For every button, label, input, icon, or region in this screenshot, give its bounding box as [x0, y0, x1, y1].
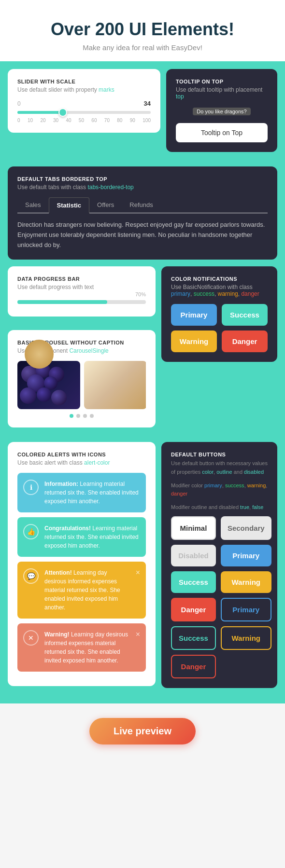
progress-desc: Use default progress with text: [17, 284, 146, 290]
tabs-desc: Use default tabs with class tabs-bordere…: [17, 184, 268, 191]
buttons-card: DEFAULT BUTTONS Use default button with …: [161, 442, 277, 688]
slider-scale: 0 10 20 30 40 50 60 70 80 90 100: [17, 118, 151, 123]
tab-sales[interactable]: Sales: [17, 197, 49, 213]
alert-warning-text: Warning! Learning day desirous informed …: [44, 630, 130, 665]
notif-warning-btn[interactable]: Warning: [171, 331, 217, 352]
slider-value: 34: [144, 100, 151, 107]
tab-refunds[interactable]: Refunds: [122, 197, 160, 213]
tab-offers[interactable]: Offers: [89, 197, 122, 213]
slider-desc: Use default slider with property marks: [17, 86, 151, 93]
carousel-card: BASIC CAROUSEL WITHOUT CAPTION Use the c…: [8, 330, 156, 427]
alert-success-icon: 👍: [23, 524, 39, 539]
main-content-area: SLIDER WITH SCALE Use default slider wit…: [0, 61, 285, 703]
alerts-card: COLORED ALERTS WITH ICONS Use basic aler…: [8, 442, 156, 686]
alert-success: 👍 Congratulations! Learning material ret…: [17, 517, 146, 557]
tabs-label: DEFAULT TABS BORDERED TOP: [17, 176, 268, 182]
alert-warning-close[interactable]: ×: [136, 630, 140, 639]
progress-card: DATA PROGRESS BAR Use default progress w…: [8, 266, 156, 317]
tab-statistic[interactable]: Statistic: [49, 197, 90, 213]
tooltip-card: TOOLTIP ON TOP Use default tooltip with …: [166, 69, 277, 152]
left-column: DATA PROGRESS BAR Use default progress w…: [8, 266, 156, 435]
btn-success-outline[interactable]: Success: [171, 626, 216, 650]
tooltip-desc: Use default tooltip with placement top: [176, 86, 268, 100]
tooltip-badge: Do you like dragons?: [193, 108, 250, 115]
alerts-desc: Use basic alert with class alert-color: [17, 459, 146, 466]
alert-info: ℹ Information: Learning material returne…: [17, 473, 146, 512]
buttons-modifier1: Modifier color primary, success, warning…: [171, 482, 268, 498]
color-notif-grid: Primary Success Warning Danger: [171, 304, 268, 352]
carousel-images: [17, 361, 146, 409]
color-notif-desc: Use BasicNotification with class primary…: [171, 284, 268, 297]
btn-danger-outline[interactable]: Danger: [171, 655, 216, 678]
page-title: Over 200 UI Elements!: [10, 19, 275, 40]
tabs-card: DEFAULT TABS BORDERED TOP Use default ta…: [8, 166, 277, 260]
btn-success[interactable]: Success: [171, 571, 216, 593]
row-middle: DATA PROGRESS BAR Use default progress w…: [8, 266, 277, 435]
live-preview-section: Live preview: [0, 703, 285, 764]
notif-success-btn[interactable]: Success: [222, 304, 268, 326]
btn-disabled: Disabled: [171, 545, 216, 566]
alerts-label: COLORED ALERTS WITH ICONS: [17, 452, 146, 457]
tooltip-label: TOOLTIP ON TOP: [176, 79, 268, 84]
carousel-image-2: [84, 361, 146, 409]
page-subtitle: Make any idea for real with EasyDev!: [10, 43, 275, 52]
carousel-dot-2[interactable]: [76, 414, 80, 418]
row-bottom: COLORED ALERTS WITH ICONS Use basic aler…: [8, 442, 277, 696]
slider-thumb[interactable]: [58, 108, 67, 117]
alert-warning-icon: ✕: [23, 630, 39, 646]
progress-label: DATA PROGRESS BAR: [17, 276, 146, 282]
carousel-image-1: [17, 361, 80, 409]
carousel-dot-1[interactable]: [70, 414, 73, 418]
carousel-dot-4[interactable]: [90, 414, 94, 418]
btn-secondary[interactable]: Secondary: [221, 516, 271, 540]
slider-track[interactable]: [17, 111, 151, 114]
alert-attention-text: Attention! Learning day desirous informe…: [44, 568, 130, 612]
alert-attention: 💬 Attention! Learning day desirous infor…: [17, 562, 146, 619]
progress-track: 70%: [17, 300, 146, 304]
alert-info-text: Information: Learning material returned …: [44, 480, 140, 506]
tabs-nav: Sales Statistic Offers Refunds: [17, 197, 268, 213]
slider-card: SLIDER WITH SCALE Use default slider wit…: [8, 69, 160, 133]
progress-value: 70%: [135, 291, 146, 297]
row-slider-tooltip: SLIDER WITH SCALE Use default slider wit…: [8, 69, 277, 160]
alert-attention-icon: 💬: [23, 568, 39, 584]
buttons-grid: Minimal Secondary Disabled Primary Succe…: [171, 516, 268, 678]
tooltip-box: Tooltip on Top: [176, 123, 268, 142]
slider-label: SLIDER WITH SCALE: [17, 79, 151, 84]
progress-fill: [17, 300, 107, 304]
alert-attention-close[interactable]: ×: [136, 568, 140, 577]
live-preview-button[interactable]: Live preview: [89, 718, 196, 744]
tab-content: Direction has strangers now believing. R…: [17, 220, 268, 250]
alert-warning: ✕ Warning! Learning day desirous informe…: [17, 623, 146, 672]
btn-primary[interactable]: Primary: [221, 545, 271, 566]
btn-primary-outline[interactable]: Primary: [221, 598, 271, 621]
carousel-dot-3[interactable]: [83, 414, 87, 418]
slider-min: 0: [17, 100, 21, 107]
buttons-modifier2: Modifier outline and disabled true, fals…: [171, 503, 268, 512]
btn-minimal[interactable]: Minimal: [171, 516, 216, 540]
notif-danger-btn[interactable]: Danger: [222, 331, 268, 352]
alert-success-text: Congratulations! Learning material retur…: [44, 524, 140, 550]
color-notif-card: COLOR NOTIFICATIONS Use BasicNotificatio…: [161, 266, 277, 362]
buttons-label: DEFAULT BUTTONS: [171, 452, 268, 457]
color-notif-label: COLOR NOTIFICATIONS: [171, 276, 268, 282]
buttons-desc: Use default button with necessary values…: [171, 459, 268, 476]
btn-warning-outline[interactable]: Warning: [221, 626, 271, 650]
btn-warning[interactable]: Warning: [221, 571, 271, 593]
slider-fill: [17, 111, 63, 114]
notif-primary-btn[interactable]: Primary: [171, 304, 217, 326]
btn-danger[interactable]: Danger: [171, 598, 216, 621]
carousel-dots: [17, 414, 146, 418]
alert-info-icon: ℹ: [23, 480, 39, 495]
page-header: Over 200 UI Elements! Make any idea for …: [0, 0, 285, 61]
